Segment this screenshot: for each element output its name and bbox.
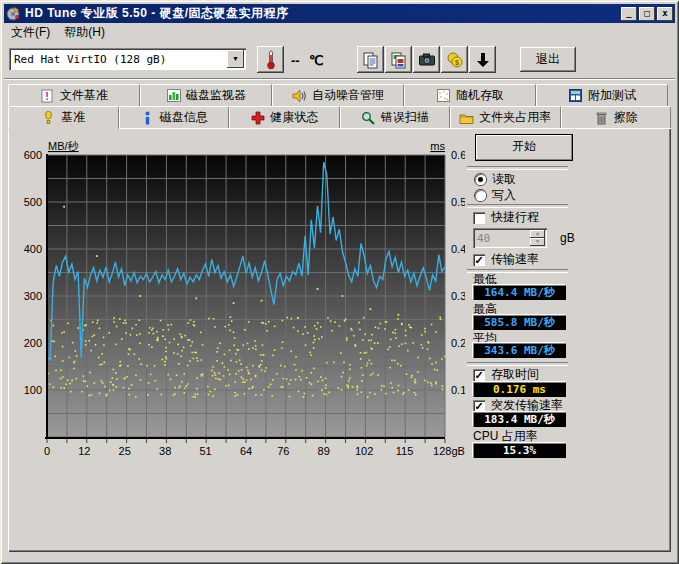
svg-text:600: 600 — [24, 149, 42, 161]
temperature-unit: ℃ — [309, 53, 324, 68]
close-button[interactable]: x — [657, 7, 673, 21]
write-radio[interactable]: 写入 — [475, 187, 516, 204]
transfer-rate-label: 传输速率 — [491, 251, 539, 268]
tab-aam[interactable]: 自动噪音管理 — [272, 84, 404, 106]
read-radio[interactable]: 读取 — [475, 171, 516, 188]
tab-disk-monitor[interactable]: 磁盘监视器 — [140, 84, 272, 106]
tab-random-access[interactable]: 随机存取 — [404, 84, 536, 106]
access-time-checkbox[interactable]: ✓ 存取时间 — [473, 366, 539, 383]
tab-row-top: ! 文件基准 磁盘监视器 自动噪音管理 随机存取 附加测试 — [8, 84, 668, 106]
health-cross-icon — [250, 111, 265, 125]
extra-tests-icon — [568, 89, 583, 103]
tab-label: 磁盘监视器 — [186, 87, 246, 104]
svg-text:38: 38 — [159, 445, 171, 457]
menu-help[interactable]: 帮助(H) — [57, 23, 112, 42]
svg-text:$: $ — [455, 59, 459, 67]
thermometer-icon — [266, 50, 276, 70]
tab-extra-tests[interactable]: 附加测试 — [536, 84, 668, 106]
save-results-button[interactable] — [469, 46, 496, 73]
random-access-icon — [436, 89, 451, 103]
donate-button[interactable]: $ — [441, 46, 468, 73]
svg-text:115: 115 — [396, 445, 414, 457]
benchmark-icon — [41, 111, 56, 125]
copy-image-button[interactable] — [385, 46, 412, 73]
camera-icon — [418, 51, 436, 69]
separator — [467, 204, 568, 208]
speaker-icon — [292, 89, 307, 103]
window-title: HD Tune 专业版 5.50 - 硬盘/固态硬盘实用程序 — [25, 5, 619, 22]
checkbox-icon — [473, 212, 485, 224]
file-benchmark-icon: ! — [40, 89, 55, 103]
tab-file-benchmark[interactable]: ! 文件基准 — [8, 84, 140, 106]
tab-erase[interactable]: 擦除 — [561, 106, 672, 128]
minimize-button[interactable]: _ — [621, 7, 637, 21]
cpu-usage-display: 15.3% — [473, 443, 566, 458]
read-radio-label: 读取 — [492, 171, 516, 188]
down-arrow-icon — [474, 51, 492, 69]
tab-row-bottom: 基准 磁盘信息 健康状态 错误扫描 文件夹占用率 — [8, 106, 671, 128]
copy-text-icon — [362, 51, 380, 69]
access-time-display: 0.176 ms — [473, 382, 566, 397]
maximize-button[interactable]: □ — [639, 7, 655, 21]
magnifier-icon — [361, 111, 376, 125]
folder-icon — [459, 111, 474, 125]
coins-icon: $ — [446, 51, 464, 69]
short-stroke-checkbox[interactable]: 快捷行程 — [473, 209, 539, 226]
copy-image-icon — [390, 51, 408, 69]
stepper-down-icon[interactable]: ▼ — [530, 238, 545, 246]
svg-text:ms: ms — [430, 140, 445, 152]
avg-value-display: 343.6 MB/秒 — [473, 343, 566, 358]
svg-text:89: 89 — [318, 445, 330, 457]
svg-text:100: 100 — [24, 384, 42, 396]
stepper-arrows[interactable]: ▲▼ — [530, 230, 545, 246]
title-bar: HD Tune 专业版 5.50 - 硬盘/固态硬盘实用程序 _ □ x — [4, 4, 675, 23]
svg-text:64: 64 — [240, 445, 252, 457]
menu-file[interactable]: 文件(F) — [4, 23, 57, 42]
exit-button[interactable]: 退出 — [520, 47, 576, 72]
svg-text:0.10: 0.10 — [451, 384, 465, 396]
temperature-button[interactable] — [257, 46, 284, 73]
tab-disk-info[interactable]: 磁盘信息 — [119, 106, 230, 128]
svg-text:0.40: 0.40 — [451, 243, 465, 255]
benchmark-chart: MB/秒ms6005004003002001000.600.500.400.30… — [0, 128, 465, 462]
chevron-down-icon[interactable]: ▼ — [227, 50, 244, 68]
tab-label: 文件基准 — [60, 87, 108, 104]
radio-icon — [475, 190, 486, 201]
tab-benchmark[interactable]: 基准 — [8, 106, 119, 130]
transfer-rate-checkbox[interactable]: ✓ 传输速率 — [473, 251, 539, 268]
burst-rate-display: 183.4 MB/秒 — [473, 412, 566, 427]
svg-text:0.60: 0.60 — [451, 149, 465, 161]
write-radio-label: 写入 — [492, 187, 516, 204]
tab-folder-usage[interactable]: 文件夹占用率 — [450, 106, 561, 128]
svg-text:MB/秒: MB/秒 — [48, 140, 80, 152]
svg-text:0: 0 — [44, 445, 50, 457]
short-stroke-label: 快捷行程 — [491, 209, 539, 226]
svg-text:0.20: 0.20 — [451, 337, 465, 349]
tab-health[interactable]: 健康状态 — [229, 106, 340, 128]
tab-label: 附加测试 — [588, 87, 636, 104]
drive-select-value: Red Hat VirtIO (128 gB) — [9, 53, 227, 66]
tab-error-scan[interactable]: 错误扫描 — [340, 106, 451, 128]
tab-label: 文件夹占用率 — [479, 109, 551, 126]
toolbar: Red Hat VirtIO (128 gB) ▼ -- ℃ — [4, 41, 675, 79]
svg-text:128gB: 128gB — [433, 445, 465, 457]
screenshot-button[interactable] — [413, 46, 440, 73]
info-icon — [140, 111, 155, 125]
svg-text:76: 76 — [277, 445, 289, 457]
stepper-up-icon[interactable]: ▲ — [530, 230, 545, 238]
tab-label: 磁盘信息 — [160, 109, 208, 126]
svg-text:12: 12 — [78, 445, 90, 457]
checkbox-checked-icon: ✓ — [473, 254, 485, 266]
short-stroke-stepper[interactable]: 40 ▲▼ — [473, 228, 547, 248]
svg-text:!: ! — [45, 90, 49, 102]
tab-label: 错误扫描 — [381, 109, 429, 126]
app-icon — [6, 6, 21, 21]
max-value-display: 585.8 MB/秒 — [473, 315, 566, 330]
temperature-value: -- — [291, 53, 300, 68]
copy-text-button[interactable] — [357, 46, 384, 73]
disk-monitor-icon — [166, 89, 181, 103]
start-button[interactable]: 开始 — [475, 134, 573, 161]
drive-select[interactable]: Red Hat VirtIO (128 gB) ▼ — [9, 48, 246, 70]
short-stroke-value: 40 — [473, 232, 530, 245]
tab-label: 健康状态 — [270, 109, 318, 126]
